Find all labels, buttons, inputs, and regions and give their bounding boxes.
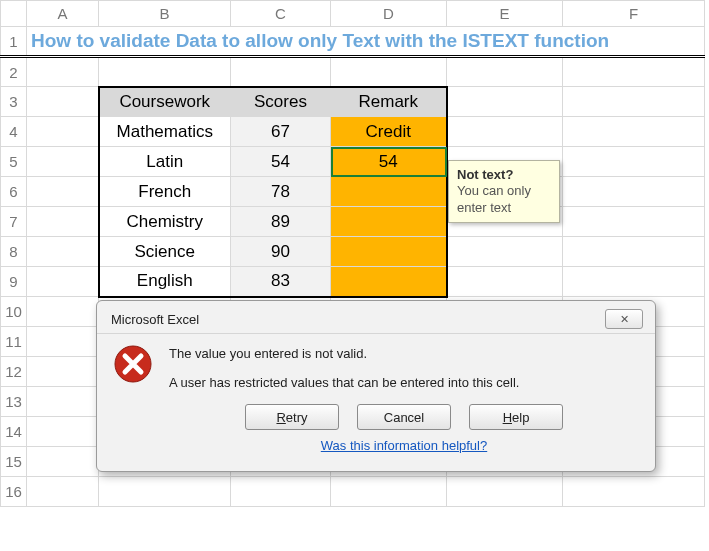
row-header-9[interactable]: 9 <box>1 267 27 297</box>
row-header-16[interactable]: 16 <box>1 477 27 507</box>
close-button[interactable]: ✕ <box>605 309 643 329</box>
cell-F9[interactable] <box>563 267 705 297</box>
row-header-7[interactable]: 7 <box>1 207 27 237</box>
error-icon <box>113 344 153 384</box>
table-header-scores[interactable]: Scores <box>231 87 331 117</box>
table-row[interactable]: 89 <box>231 207 331 237</box>
table-row[interactable]: Science <box>99 237 231 267</box>
row-5: 5 Latin 54 54 <box>1 147 705 177</box>
table-row[interactable]: 83 <box>231 267 331 297</box>
row-header-11[interactable]: 11 <box>1 327 27 357</box>
cell-A4[interactable] <box>27 117 99 147</box>
row-header-14[interactable]: 14 <box>1 417 27 447</box>
row-header-4[interactable]: 4 <box>1 117 27 147</box>
table-row[interactable]: English <box>99 267 231 297</box>
col-header-E[interactable]: E <box>447 1 563 27</box>
column-headers: A B C D E F <box>1 1 705 27</box>
row-header-1[interactable]: 1 <box>1 27 27 57</box>
row-1: 1 How to validate Data to allow only Tex… <box>1 27 705 57</box>
selected-cell[interactable]: 54 <box>331 147 447 177</box>
cell-F5[interactable] <box>563 147 705 177</box>
cell-A7[interactable] <box>27 207 99 237</box>
table-header-remark[interactable]: Remark <box>331 87 447 117</box>
table-row[interactable]: 90 <box>231 237 331 267</box>
corner-cell[interactable] <box>1 1 27 27</box>
table-row[interactable] <box>331 207 447 237</box>
cell-F6[interactable] <box>563 177 705 207</box>
row-header-6[interactable]: 6 <box>1 177 27 207</box>
col-header-F[interactable]: F <box>563 1 705 27</box>
dialog-msg-1: The value you entered is not valid. <box>169 346 639 361</box>
row-header-13[interactable]: 13 <box>1 387 27 417</box>
row-header-15[interactable]: 15 <box>1 447 27 477</box>
table-row[interactable]: Credit <box>331 117 447 147</box>
cell-E9[interactable] <box>447 267 563 297</box>
dialog-title: Microsoft Excel <box>111 312 199 327</box>
row-7: 7 Chemistry 89 <box>1 207 705 237</box>
col-header-D[interactable]: D <box>331 1 447 27</box>
row-header-10[interactable]: 10 <box>1 297 27 327</box>
page-title[interactable]: How to validate Data to allow only Text … <box>27 27 705 57</box>
col-header-A[interactable]: A <box>27 1 99 27</box>
cell-E2[interactable] <box>447 57 563 87</box>
table-row[interactable]: 54 <box>231 147 331 177</box>
cell-B2[interactable] <box>99 57 231 87</box>
cell-E3[interactable] <box>447 87 563 117</box>
row-6: 6 French 78 <box>1 177 705 207</box>
table-row[interactable] <box>331 237 447 267</box>
feedback-link[interactable]: Was this information helpful? <box>321 438 487 453</box>
validation-tooltip: Not text? You can only enter text <box>448 160 560 223</box>
cell-A5[interactable] <box>27 147 99 177</box>
tooltip-body: You can only <box>457 183 551 199</box>
cell-C2[interactable] <box>231 57 331 87</box>
row-header-5[interactable]: 5 <box>1 147 27 177</box>
cell-A2[interactable] <box>27 57 99 87</box>
help-button[interactable]: Help <box>469 404 563 430</box>
cell-E4[interactable] <box>447 117 563 147</box>
table-row[interactable]: 78 <box>231 177 331 207</box>
cell-A8[interactable] <box>27 237 99 267</box>
cell-A3[interactable] <box>27 87 99 117</box>
col-header-B[interactable]: B <box>99 1 231 27</box>
table-row[interactable]: Mathematics <box>99 117 231 147</box>
table-row[interactable]: Latin <box>99 147 231 177</box>
row-header-12[interactable]: 12 <box>1 357 27 387</box>
table-row[interactable]: Chemistry <box>99 207 231 237</box>
row-header-3[interactable]: 3 <box>1 87 27 117</box>
cell-F3[interactable] <box>563 87 705 117</box>
cell-A9[interactable] <box>27 267 99 297</box>
cell-D2[interactable] <box>331 57 447 87</box>
cell-F8[interactable] <box>563 237 705 267</box>
cell-F4[interactable] <box>563 117 705 147</box>
table-row[interactable] <box>331 177 447 207</box>
table-row[interactable] <box>331 267 447 297</box>
row-9: 9 English 83 <box>1 267 705 297</box>
cell-F2[interactable] <box>563 57 705 87</box>
retry-button[interactable]: Retry <box>245 404 339 430</box>
table-row[interactable]: French <box>99 177 231 207</box>
dialog-messages: The value you entered is not valid. A us… <box>169 340 639 465</box>
tooltip-body: enter text <box>457 200 551 216</box>
cancel-button[interactable]: Cancel <box>357 404 451 430</box>
close-icon: ✕ <box>620 313 629 326</box>
cell-A6[interactable] <box>27 177 99 207</box>
row-16: 16 <box>1 477 705 507</box>
tooltip-title: Not text? <box>457 167 551 183</box>
cell-F7[interactable] <box>563 207 705 237</box>
dialog-msg-2: A user has restricted values that can be… <box>169 375 639 390</box>
row-header-8[interactable]: 8 <box>1 237 27 267</box>
row-8: 8 Science 90 <box>1 237 705 267</box>
row-4: 4 Mathematics 67 Credit <box>1 117 705 147</box>
row-header-2[interactable]: 2 <box>1 57 27 87</box>
cell-E8[interactable] <box>447 237 563 267</box>
table-row[interactable]: 67 <box>231 117 331 147</box>
row-2: 2 <box>1 57 705 87</box>
col-header-C[interactable]: C <box>231 1 331 27</box>
row-3: 3 Coursework Scores Remark <box>1 87 705 117</box>
table-header-coursework[interactable]: Coursework <box>99 87 231 117</box>
error-dialog: Microsoft Excel ✕ The value you entered … <box>96 300 656 472</box>
